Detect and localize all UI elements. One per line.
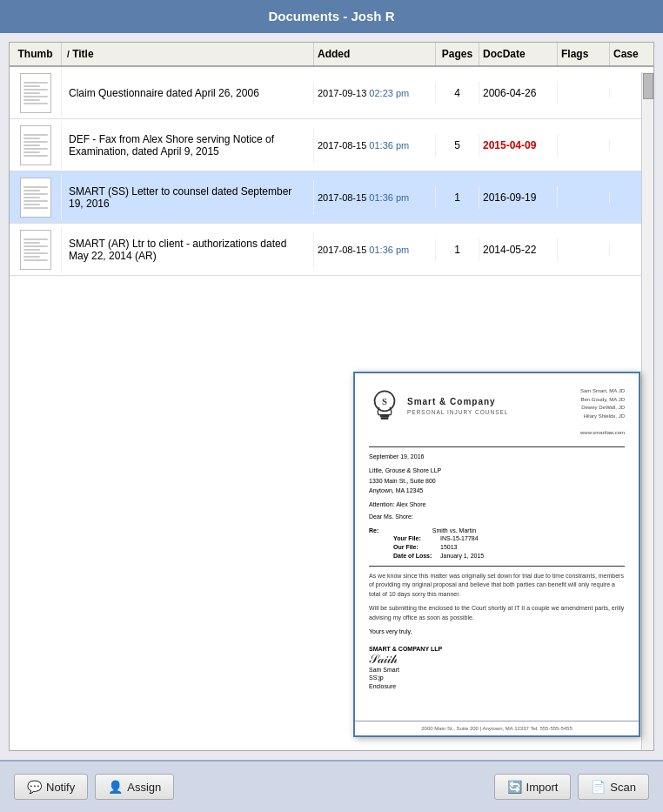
- doc-title: DEF - Fax from Alex Shore serving Notice…: [62, 128, 314, 163]
- signature: 𝒮𝒶𝒾𝒾𝒽: [369, 654, 625, 666]
- doc-title: SMART (SS) Letter to counsel dated Septe…: [62, 180, 314, 215]
- preview-re: Re: Smith vs. Martin Your File: INS-15-1…: [369, 527, 625, 560]
- thumb-cell: [10, 70, 62, 117]
- doc-thumbnail: [20, 73, 51, 113]
- doc-flags: [558, 88, 610, 98]
- doc-date: 2015-04-09: [479, 134, 558, 157]
- preview-body-divider: [369, 566, 625, 567]
- preview-divider: [369, 446, 625, 447]
- scan-button[interactable]: Scan: [578, 774, 649, 800]
- preview-closing: Yours very truly, SMART & COMPANY LLP 𝒮𝒶…: [369, 627, 625, 691]
- doc-flags: [558, 192, 610, 203]
- preview-contact: Sam Smart, MA JD Ben Goudy, MA JD Dewey …: [580, 387, 625, 438]
- doc-date: 2016-09-19: [479, 186, 558, 209]
- preview-body1: As we know since this matter was origina…: [369, 572, 625, 600]
- company-name: Smart & Company: [407, 396, 508, 408]
- notify-icon: [27, 780, 42, 794]
- bulb-icon: S: [369, 387, 400, 426]
- preview-logo: S Smart & Company Personal Injury Counse…: [369, 387, 508, 426]
- doc-added: 2017-08-15 01:36 pm: [314, 135, 436, 156]
- table-row[interactable]: SMART (SS) Letter to counsel dated Septe…: [10, 171, 653, 224]
- svg-rect-2: [381, 417, 389, 419]
- doc-added: 2017-09-13 02:23 pm: [314, 83, 436, 104]
- doc-flags: [558, 140, 610, 151]
- doc-title: Claim Questionnaire dated April 26, 2006: [62, 82, 314, 104]
- company-sub: Personal Injury Counsel: [407, 408, 508, 416]
- bottom-toolbar: Notify Assign Import Scan: [0, 760, 663, 812]
- doc-pages: 1: [436, 238, 479, 261]
- svg-rect-1: [380, 415, 390, 418]
- doc-added: 2017-08-15 01:36 pm: [314, 239, 436, 260]
- col-header-flags[interactable]: Flags: [558, 43, 610, 65]
- title-bar: Documents - Josh R: [0, 0, 663, 33]
- title-text: Documents - Josh R: [268, 9, 394, 23]
- preview-address: Little, Grouse & Shore LLP 1330 Main St.…: [369, 466, 625, 495]
- thumb-cell: [10, 122, 62, 169]
- doc-pages: 5: [436, 134, 479, 157]
- main-container: Thumb / Title Added Pages DocDate Flags …: [0, 33, 663, 760]
- svg-text:S: S: [382, 397, 387, 406]
- assign-button[interactable]: Assign: [95, 774, 174, 800]
- table-row[interactable]: SMART (AR) Ltr to client - authorization…: [10, 224, 653, 276]
- import-icon: [507, 780, 522, 794]
- col-header-docdate[interactable]: DocDate: [479, 43, 558, 65]
- preview-body2: Will be submitting the enclosed to the C…: [369, 604, 625, 622]
- preview-dear: Dear Ms. Shore:: [369, 513, 625, 521]
- table-header: Thumb / Title Added Pages DocDate Flags …: [10, 43, 653, 67]
- table-row[interactable]: Claim Questionnaire dated April 26, 2006…: [10, 67, 653, 119]
- doc-added: 2017-08-15 01:36 pm: [314, 187, 436, 208]
- col-header-pages[interactable]: Pages: [436, 43, 479, 65]
- doc-date: 2006-04-26: [479, 82, 558, 104]
- doc-flags: [558, 245, 610, 255]
- scrollbar-thumb[interactable]: [643, 73, 653, 99]
- doc-thumbnail: [20, 125, 51, 165]
- preview-date: September 19, 2016: [369, 453, 625, 461]
- doc-pages: 1: [436, 186, 479, 209]
- doc-date: 2014-05-22: [479, 238, 558, 261]
- doc-title: SMART (AR) Ltr to client - authorization…: [62, 232, 314, 267]
- doc-pages: 4: [436, 82, 479, 104]
- assign-icon: [108, 780, 123, 794]
- document-table: Thumb / Title Added Pages DocDate Flags …: [9, 42, 654, 751]
- col-header-case[interactable]: Case: [610, 43, 653, 65]
- preview-attention: Attention: Alex Shore: [369, 500, 625, 509]
- col-header-title[interactable]: / Title: [62, 43, 314, 65]
- scan-icon: [591, 780, 606, 794]
- thumb-cell: [10, 174, 62, 221]
- preview-footer: 2000 Main St., Suite 200 | Anytown, MA 1…: [355, 721, 639, 735]
- doc-thumbnail: [20, 178, 51, 218]
- doc-thumbnail: [20, 230, 51, 270]
- scrollbar-track[interactable]: [641, 72, 653, 750]
- document-preview: S Smart & Company Personal Injury Counse…: [353, 372, 640, 737]
- table-row[interactable]: DEF - Fax from Alex Shore serving Notice…: [10, 119, 653, 171]
- thumb-cell: [10, 226, 62, 273]
- col-header-added[interactable]: Added: [314, 43, 436, 65]
- notify-button[interactable]: Notify: [14, 774, 88, 800]
- col-header-thumb[interactable]: Thumb: [10, 43, 62, 65]
- import-button[interactable]: Import: [494, 774, 572, 800]
